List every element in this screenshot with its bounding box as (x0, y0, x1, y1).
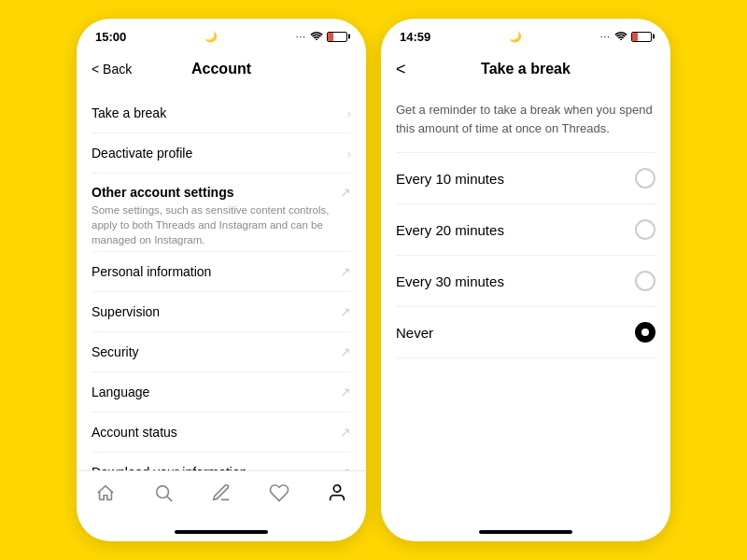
left-status-icons: ··· (296, 31, 347, 42)
right-wifi-icon (614, 31, 627, 42)
other-account-settings-section: Other account settings ↗ Some settings, … (77, 174, 366, 251)
personal-info-label: Personal information (92, 264, 211, 279)
option-never[interactable]: Never (381, 307, 670, 357)
right-battery-icon (631, 32, 652, 42)
right-back-chevron: < (396, 60, 406, 79)
divider-r5 (396, 357, 655, 358)
external-icon-language: ↗ (340, 385, 351, 399)
supervision-item[interactable]: Supervision ↗ (77, 292, 366, 331)
external-icon-account-status: ↗ (340, 425, 351, 440)
external-icon-other: ↗ (340, 185, 351, 200)
right-status-bar: 14:59 🌙 ··· (381, 19, 670, 49)
language-item[interactable]: Language ↗ (77, 372, 366, 412)
left-status-bar: 15:00 🌙 ··· (77, 19, 366, 49)
option-20-label: Every 20 minutes (396, 222, 504, 238)
other-account-settings-label: Other account settings (92, 185, 233, 200)
home-bar (175, 530, 268, 534)
left-back-label: < Back (92, 62, 132, 77)
right-moon: 🌙 (509, 31, 522, 43)
option-10-label: Every 10 minutes (396, 171, 504, 187)
wifi-icon (310, 31, 323, 42)
left-battery-icon (327, 32, 347, 42)
chevron-right-icon-2: › (347, 147, 351, 161)
download-info-item[interactable]: Download your information ↗ (77, 453, 366, 470)
left-bottom-nav (77, 470, 366, 523)
external-icon-personal: ↗ (340, 264, 351, 279)
supervision-label: Supervision (92, 304, 160, 319)
compose-icon (211, 483, 232, 508)
nav-search[interactable] (142, 479, 185, 511)
option-never-label: Never (396, 325, 433, 341)
left-moon: 🌙 (204, 31, 218, 43)
chevron-right-icon: › (347, 106, 351, 120)
security-item[interactable]: Security ↗ (77, 332, 366, 371)
right-back-button[interactable]: < (396, 60, 406, 79)
nav-likes[interactable] (258, 479, 301, 511)
nav-home[interactable] (84, 479, 127, 511)
svg-line-1 (167, 497, 172, 501)
right-screen-content: Get a reminder to take a break when you … (381, 90, 670, 523)
deactivate-profile-item[interactable]: Deactivate profile › (77, 133, 366, 173)
svg-point-0 (157, 486, 169, 498)
deactivate-profile-label: Deactivate profile (92, 146, 192, 161)
right-home-bar (479, 530, 572, 534)
left-back-button[interactable]: < Back (92, 62, 132, 77)
left-screen-title: Account (191, 61, 251, 77)
right-time: 14:59 (400, 30, 430, 44)
right-phone: 14:59 🌙 ··· < Take a break Get a reminde… (381, 19, 670, 541)
option-30-label: Every 30 minutes (396, 273, 504, 289)
external-icon-supervision: ↗ (340, 304, 351, 319)
right-status-icons: ··· (600, 31, 652, 42)
radio-circle-20 (635, 219, 655, 240)
nav-profile[interactable] (316, 479, 359, 511)
right-screen-title: Take a break (481, 61, 571, 77)
svg-point-2 (333, 485, 340, 492)
left-phone: 15:00 🌙 ··· < Back Account Tak (77, 19, 366, 541)
other-account-settings-desc: Some settings, such as sensitive content… (92, 203, 351, 247)
right-nav-header: < Take a break (381, 49, 670, 90)
right-dots: ··· (600, 32, 611, 42)
take-a-break-item[interactable]: Take a break › (77, 93, 366, 133)
left-nav-header: < Back Account (77, 49, 366, 90)
option-20-minutes[interactable]: Every 20 minutes (381, 204, 670, 255)
left-screen-content: Take a break › Deactivate profile › Othe… (77, 90, 366, 470)
left-time: 15:00 (95, 30, 126, 44)
external-icon-security: ↗ (340, 344, 351, 359)
search-icon (153, 483, 174, 508)
right-home-indicator (381, 523, 670, 541)
security-label: Security (92, 344, 139, 359)
account-status-label: Account status (92, 425, 177, 440)
home-icon (95, 483, 116, 508)
account-status-item[interactable]: Account status ↗ (77, 413, 366, 452)
radio-circle-10 (635, 168, 655, 189)
radio-circle-30 (635, 271, 655, 291)
language-label: Language (92, 385, 149, 399)
radio-circle-never (635, 322, 655, 343)
left-dots: ··· (296, 32, 306, 42)
take-a-break-label: Take a break (92, 105, 166, 120)
option-10-minutes[interactable]: Every 10 minutes (381, 153, 670, 203)
nav-compose[interactable] (200, 479, 243, 511)
heart-icon (269, 483, 289, 508)
break-description: Get a reminder to take a break when you … (381, 93, 670, 152)
personal-info-item[interactable]: Personal information ↗ (77, 252, 366, 291)
option-30-minutes[interactable]: Every 30 minutes (381, 256, 670, 306)
profile-icon (327, 483, 347, 508)
left-home-indicator (77, 523, 366, 541)
